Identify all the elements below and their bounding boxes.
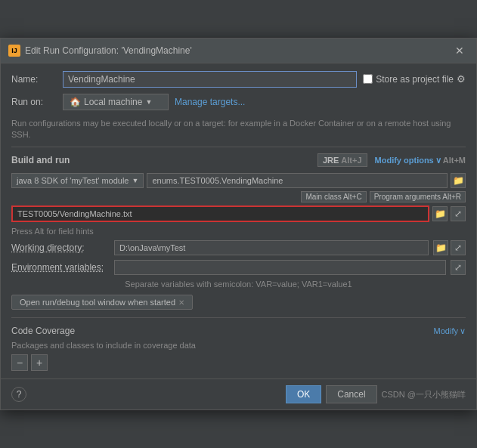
env-expand-icon[interactable]: ⤢ xyxy=(451,260,466,275)
tool-window-label: Open run/debug tool window when started xyxy=(20,298,175,307)
jre-label: JRE xyxy=(323,156,339,165)
chevron-down-icon: ∨ xyxy=(435,156,441,165)
working-dir-row: Working directory: 📁 ⤢ xyxy=(11,240,466,255)
coverage-label: Code Coverage xyxy=(11,326,75,336)
args-expand-icon[interactable]: ⤢ xyxy=(451,206,466,221)
args-folder-icon[interactable]: 📁 xyxy=(432,206,448,221)
env-vars-label: Environment variables: xyxy=(11,262,110,273)
dropdown-arrow-icon: ▼ xyxy=(145,98,152,106)
tool-window-row: Open run/debug tool window when started … xyxy=(11,295,466,310)
working-dir-folder-icon[interactable]: 📁 xyxy=(433,240,448,255)
watermark: CSDN @一只小熊猫咩 xyxy=(382,389,466,400)
open-tool-window-btn[interactable]: Open run/debug tool window when started … xyxy=(11,295,193,310)
modify-label: Modify xyxy=(434,326,458,335)
info-text: Run configurations may be executed local… xyxy=(11,119,451,139)
store-checkbox[interactable] xyxy=(363,74,373,84)
gear-icon[interactable]: ⚙ xyxy=(457,73,466,85)
java-sdk-label: java 8 SDK of 'myTest' module xyxy=(17,176,129,185)
run-on-dropdown[interactable]: 🏠 Local machine ▼ xyxy=(63,94,169,110)
env-vars-icons: ⤢ xyxy=(451,260,466,275)
program-args-row: 📁 ⤢ xyxy=(11,205,466,222)
store-label: Store as project file xyxy=(376,74,454,85)
coverage-section: Code Coverage Modify ∨ Packages and clas… xyxy=(11,326,466,371)
app-icon: IJ xyxy=(8,45,20,57)
coverage-modify-link[interactable]: Modify ∨ xyxy=(434,326,466,336)
build-run-label: Build and run xyxy=(11,155,70,165)
env-vars-row: Environment variables: ⤢ xyxy=(11,260,466,275)
sdk-arrow-icon: ▼ xyxy=(132,177,138,184)
jre-tag[interactable]: JRE Alt+J xyxy=(317,153,367,167)
divider xyxy=(11,317,466,318)
working-dir-expand-icon[interactable]: ⤢ xyxy=(451,240,466,255)
store-checkbox-row: Store as project file ⚙ xyxy=(363,73,466,85)
dialog-content: Name: Store as project file ⚙ Run on: 🏠 … xyxy=(1,63,476,379)
sdk-class-row: java 8 SDK of 'myTest' module ▼ 📁 xyxy=(11,173,466,188)
name-label: Name: xyxy=(11,74,57,85)
manage-targets-link[interactable]: Manage targets... xyxy=(175,97,245,107)
main-class-input[interactable] xyxy=(147,173,448,188)
run-on-row: Run on: 🏠 Local machine ▼ Manage targets… xyxy=(11,94,466,110)
ok-button[interactable]: OK xyxy=(286,385,321,403)
name-row: Name: Store as project file ⚙ xyxy=(11,71,466,88)
program-args-input[interactable] xyxy=(11,205,429,222)
name-input[interactable] xyxy=(63,71,357,88)
dialog-title: Edit Run Configuration: 'VendingMachine' xyxy=(25,45,192,56)
title-bar: IJ Edit Run Configuration: 'VendingMachi… xyxy=(1,39,476,63)
remove-btn[interactable]: − xyxy=(11,354,28,371)
working-dir-label: Working directory: xyxy=(11,243,110,253)
info-box: Run configurations may be executed local… xyxy=(11,115,466,148)
main-class-tooltip: Main class Alt+C xyxy=(301,191,366,202)
dialog-container: IJ Edit Run Configuration: 'VendingMachi… xyxy=(0,38,477,411)
jre-key: Alt+J xyxy=(341,156,361,165)
java-sdk-dropdown[interactable]: java 8 SDK of 'myTest' module ▼ xyxy=(11,173,144,188)
title-bar-left: IJ Edit Run Configuration: 'VendingMachi… xyxy=(8,45,192,57)
separator-text: Separate variables with semicolon: VAR=v… xyxy=(11,280,466,289)
working-dir-input[interactable] xyxy=(114,240,429,255)
env-vars-input[interactable] xyxy=(114,260,446,275)
home-icon: 🏠 xyxy=(70,97,81,107)
coverage-desc: Packages and classes to include in cover… xyxy=(11,341,466,350)
add-remove-row: − + xyxy=(11,354,466,371)
modify-key: Alt+M xyxy=(443,156,466,165)
modify-options-link[interactable]: Modify options ∨ Alt+M xyxy=(375,156,466,165)
hint-text: Press Alt for field hints xyxy=(11,227,466,236)
cancel-button[interactable]: Cancel xyxy=(326,385,376,403)
close-button[interactable]: ✕ xyxy=(451,43,469,58)
add-btn[interactable]: + xyxy=(31,354,48,371)
bottom-bar: ? OK Cancel CSDN @一只小熊猫咩 xyxy=(1,378,476,409)
local-machine-text: Local machine xyxy=(84,97,142,107)
help-button[interactable]: ? xyxy=(11,387,26,402)
ok-cancel-row: OK Cancel CSDN @一只小熊猫咩 xyxy=(286,385,466,403)
class-folder-icon[interactable]: 📁 xyxy=(451,173,466,188)
coverage-header: Code Coverage Modify ∨ xyxy=(11,326,466,336)
tag-close-icon[interactable]: ✕ xyxy=(178,298,184,307)
working-dir-icons: 📁 ⤢ xyxy=(433,240,466,255)
build-run-header: Build and run JRE Alt+J Modify options ∨… xyxy=(11,153,466,167)
program-args-tooltip: Program arguments Alt+R xyxy=(370,191,466,202)
coverage-chevron-icon: ∨ xyxy=(460,326,466,336)
modify-options-label: Modify options xyxy=(375,156,434,165)
run-on-label: Run on: xyxy=(11,97,57,107)
build-run-grid: java 8 SDK of 'myTest' module ▼ 📁 Main c… xyxy=(11,173,466,222)
